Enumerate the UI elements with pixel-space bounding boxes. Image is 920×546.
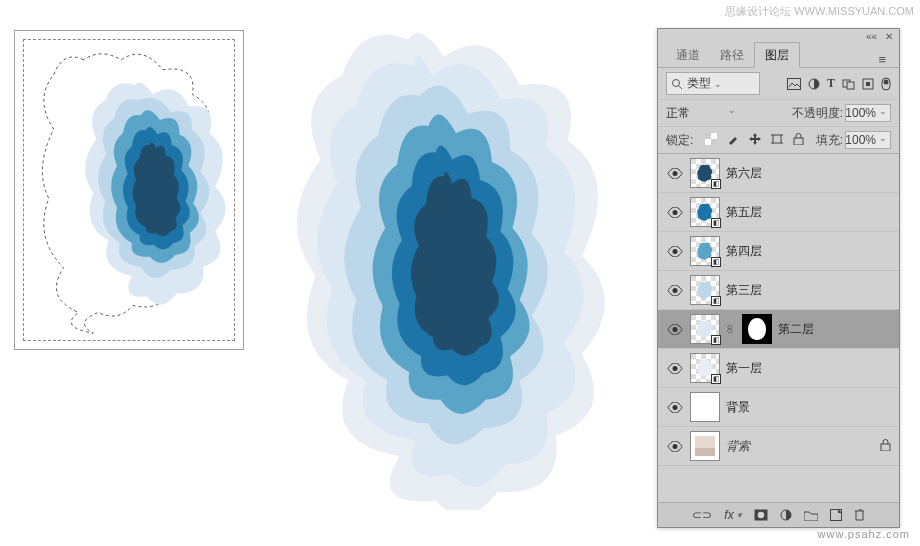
smart-badge: ◧ [711,179,721,189]
close-icon[interactable]: ✕ [885,31,893,42]
layer-name[interactable]: 第六层 [726,165,762,182]
chevron-down-icon: ⌄ [728,105,736,122]
mask-icon[interactable] [754,509,768,521]
svg-point-25 [673,405,678,410]
svg-point-31 [757,512,764,519]
opacity-label: 不透明度: [792,105,843,122]
lock-trans-icon[interactable] [705,133,717,148]
selection-marquee [24,40,234,339]
svg-point-21 [673,249,678,254]
svg-rect-18 [794,138,803,145]
link-icon[interactable]: ⊂⊃ [692,508,712,522]
layer-name[interactable]: 第二层 [778,321,814,338]
editor-canvas[interactable] [14,30,244,350]
fill-value: 100% [845,133,876,147]
layer-row[interactable]: ◧第五层 [658,193,899,232]
tab-layers[interactable]: 图层 [754,42,800,68]
svg-point-0 [673,79,680,86]
svg-rect-7 [866,82,870,86]
layer-name[interactable]: 背索 [726,438,750,455]
svg-point-20 [673,210,678,215]
layer-thumb: ◧ [690,197,720,227]
blend-row: 正常⌄ 不透明度: 100%⌄ [658,100,899,127]
text-icon[interactable]: T [827,76,835,91]
smart-badge: ◧ [711,257,721,267]
toggle-icon[interactable] [881,77,891,91]
smart-badge: ◧ [711,335,721,345]
opacity-value: 100% [845,106,876,120]
layer-thumb [690,431,720,461]
filter-kind-label: 类型 [687,75,711,92]
filter-row: 类型 ⌄ T [658,68,899,100]
smart-badge: ◧ [711,218,721,228]
svg-rect-13 [773,135,781,143]
eye-icon[interactable] [666,402,684,413]
eye-icon[interactable] [666,246,684,257]
padlock-icon [880,439,891,454]
layer-name[interactable]: 第三层 [726,282,762,299]
eye-icon[interactable] [666,324,684,335]
svg-point-9 [884,79,889,84]
svg-rect-28 [695,448,715,456]
fx-icon[interactable]: fx▾ [724,508,741,522]
blend-mode-value: 正常 [666,105,690,122]
group-icon[interactable] [804,510,818,521]
svg-point-26 [673,444,678,449]
search-icon [671,78,683,90]
new-layer-icon[interactable] [830,509,842,521]
eye-icon[interactable] [666,207,684,218]
watermark-url: www.psahz.com [818,528,910,540]
collapse-icon[interactable]: «« [866,31,877,42]
fill-input[interactable]: 100%⌄ [845,131,891,149]
svg-point-23 [673,327,678,332]
tab-channels[interactable]: 通道 [666,43,710,67]
menu-icon[interactable]: ≡ [873,47,891,67]
svg-rect-2 [787,78,800,89]
eye-icon[interactable] [666,363,684,374]
image-icon[interactable] [787,78,801,90]
layer-thumb: ◧ [690,158,720,188]
layer-row[interactable]: ◧第四层 [658,232,899,271]
layer-thumb [690,392,720,422]
chevron-down-icon: ⌄ [879,106,887,120]
eye-icon[interactable] [666,441,684,452]
layer-row[interactable]: ◧第三层 [658,271,899,310]
trash-icon[interactable] [854,509,865,521]
fill-label: 填充: [816,132,843,149]
adjustment-icon[interactable] [780,509,792,521]
shape-icon[interactable] [842,78,855,90]
blend-mode-select[interactable]: 正常⌄ [666,105,736,122]
opacity-input[interactable]: 100%⌄ [845,104,891,122]
eye-icon[interactable] [666,285,684,296]
adjust-icon[interactable] [808,78,820,90]
layer-thumb: ◧ [690,275,720,305]
tab-paths[interactable]: 路径 [710,43,754,67]
move-icon[interactable] [749,133,761,148]
layer-kind-filter[interactable]: 类型 ⌄ [666,72,760,95]
panel-footer: ⊂⊃ fx▾ [658,502,899,527]
smart-badge: ◧ [711,374,721,384]
layer-row[interactable]: ◧𝟾第二层 [658,310,899,349]
layer-name[interactable]: 第一层 [726,360,762,377]
lock-all-icon[interactable] [793,133,804,148]
layer-row[interactable]: 背景 [658,388,899,427]
layer-thumb: ◧ [690,236,720,266]
svg-line-1 [679,86,682,89]
lock-row: 锁定: 填充: 100%⌄ [658,127,899,154]
eye-icon[interactable] [666,168,684,179]
layer-row[interactable]: 背索 [658,427,899,466]
layer-row[interactable]: ◧第一层 [658,349,899,388]
layer-name[interactable]: 背景 [726,399,750,416]
lock-label: 锁定: [666,132,693,149]
layer-mask-thumb[interactable] [742,314,772,344]
layer-name[interactable]: 第五层 [726,204,762,221]
artboard-icon[interactable] [771,133,783,148]
svg-rect-5 [847,82,854,89]
smart-icon[interactable] [862,78,874,90]
layers-list: ◧第六层◧第五层◧第四层◧第三层◧𝟾第二层◧第一层背景背索 [658,154,899,466]
brush-icon[interactable] [727,133,739,148]
layer-thumb: ◧ [690,353,720,383]
svg-rect-12 [711,139,717,145]
layer-row[interactable]: ◧第六层 [658,154,899,193]
layer-name[interactable]: 第四层 [726,243,762,260]
